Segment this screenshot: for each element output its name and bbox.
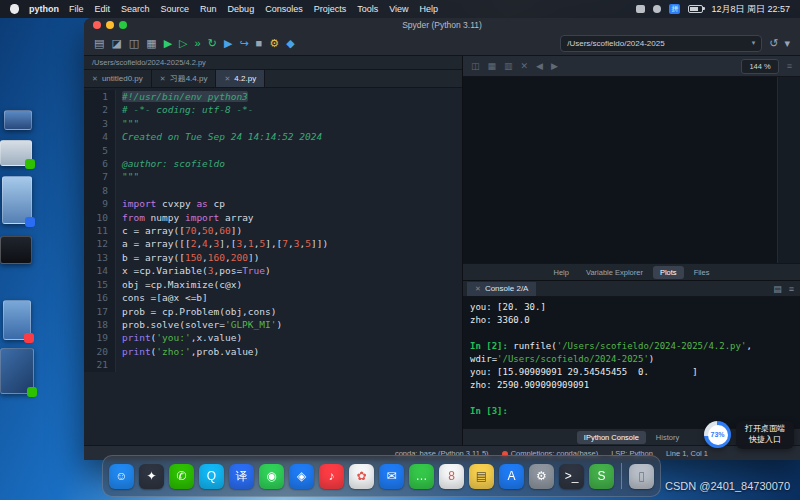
tab-history[interactable]: History (649, 431, 686, 444)
code-line[interactable]: 13b = array([150,160,200]) (84, 251, 462, 264)
input-method-badge[interactable]: 拼 (669, 4, 680, 14)
save-all-plots-icon[interactable]: ▦ (488, 61, 497, 71)
window-thumbnail[interactable] (2, 176, 32, 224)
plots-options-menu-icon[interactable]: ≡ (787, 61, 792, 71)
new-file-icon[interactable]: ▤ (94, 38, 104, 49)
dock-icon-music[interactable]: ♪ (319, 464, 344, 489)
display-status-icon[interactable] (636, 5, 645, 13)
code-line[interactable]: 17prob = cp.Problem(obj,cons) (84, 305, 462, 318)
code-area[interactable]: 1#!/usr/bin/env python32# -*- coding: ut… (84, 88, 462, 445)
stop-icon[interactable]: ■ (256, 38, 263, 49)
window-titlebar[interactable]: Spyder (Python 3.11) (84, 18, 800, 31)
dock-icon-messages[interactable]: … (409, 464, 434, 489)
code-line[interactable]: 19print('you:',x.value) (84, 331, 462, 344)
close-icon[interactable]: ✕ (475, 285, 481, 293)
console-list-icon[interactable]: ▤ (773, 284, 782, 294)
tab-help[interactable]: Help (547, 266, 576, 279)
tab-close-icon[interactable]: ✕ (92, 75, 98, 83)
code-line[interactable]: 14x =cp.Variable(3,pos=True) (84, 264, 462, 277)
tab-files[interactable]: Files (687, 266, 717, 279)
run-icon[interactable]: ▶ (164, 38, 172, 49)
tab-variable-explorer[interactable]: Variable Explorer (579, 266, 650, 279)
rerun-cell-icon[interactable]: ↻ (208, 38, 217, 49)
dock-icon-mail[interactable]: ✉ (379, 464, 404, 489)
window-thumbnail[interactable] (0, 236, 32, 264)
dock-icon-anaconda[interactable]: S (589, 464, 614, 489)
code-line[interactable]: 8 (84, 184, 462, 197)
code-line[interactable]: 10from numpy import array (84, 211, 462, 224)
helper-overlay[interactable]: 73% 打开桌面端 快捷入口 (704, 421, 794, 449)
dock-icon-trash[interactable]: ▯ (629, 464, 654, 489)
zoom-level[interactable]: 144 % (741, 59, 778, 74)
menu-run[interactable]: Run (200, 4, 217, 14)
code-line[interactable]: 5 (84, 144, 462, 157)
preferences-wrench-icon[interactable]: ⚙ (269, 38, 279, 49)
dock-icon-system-settings[interactable]: ⚙ (529, 464, 554, 489)
dock-icon-facetime[interactable]: ◉ (259, 464, 284, 489)
active-app-name[interactable]: python (29, 4, 59, 14)
save-all-icon[interactable]: ▦ (146, 38, 156, 49)
code-line[interactable]: 7""" (84, 170, 462, 183)
previous-plot-icon[interactable]: ◀ (536, 61, 543, 71)
editor-tab-习题4.4.py[interactable]: ✕习题4.4.py (152, 70, 217, 87)
console-options-menu-icon[interactable]: ≡ (789, 284, 794, 294)
editor-tab-untitled0.py[interactable]: ✕untitled0.py (84, 70, 152, 87)
run-cell-advance-icon[interactable]: » (195, 38, 201, 49)
console-output[interactable]: you: [20. 30.]zho: 3360.0In [2]: runfile… (463, 297, 800, 428)
next-plot-icon[interactable]: ▶ (551, 61, 558, 71)
save-icon[interactable]: ◫ (129, 38, 139, 49)
menu-debug[interactable]: Debug (228, 4, 255, 14)
code-line[interactable]: 4Created on Tue Sep 24 14:14:52 2024 (84, 130, 462, 143)
window-thumbnail[interactable] (0, 348, 34, 394)
dock-icon-finder[interactable]: ☺ (109, 464, 134, 489)
code-line[interactable]: 16cons =[a@x <=b] (84, 291, 462, 304)
debug-step-icon[interactable]: ↪ (239, 38, 248, 49)
code-line[interactable]: 1#!/usr/bin/env python3 (84, 90, 462, 103)
code-line[interactable]: 21 (84, 358, 462, 371)
python-env-icon[interactable]: ◆ (286, 38, 294, 49)
menu-file[interactable]: File (69, 4, 84, 14)
code-line[interactable]: 6@author: scofieldo (84, 157, 462, 170)
dock-icon-launchpad[interactable]: ✦ (139, 464, 164, 489)
window-thumbnail[interactable] (0, 140, 32, 166)
code-line[interactable]: 18prob.solve(solver='GLPK_MI') (84, 318, 462, 331)
save-plot-icon[interactable]: ◫ (471, 61, 480, 71)
dock-icon-notes[interactable]: ▤ (469, 464, 494, 489)
dock-icon-safari[interactable]: ◈ (289, 464, 314, 489)
layout-menu-icon[interactable]: ▾ (784, 38, 790, 49)
control-center-icon[interactable] (653, 5, 661, 13)
tab-ipython-console[interactable]: IPython Console (577, 431, 646, 444)
dock-icon-translate[interactable]: 译 (229, 464, 254, 489)
overlay-label[interactable]: 打开桌面端 快捷入口 (736, 421, 794, 449)
dock-icon-photos[interactable]: ✿ (349, 464, 374, 489)
menu-tools[interactable]: Tools (357, 4, 378, 14)
tab-close-icon[interactable]: ✕ (160, 75, 166, 83)
window-thumbnail[interactable] (3, 300, 31, 340)
progress-ring[interactable]: 73% (704, 421, 731, 448)
dock-icon-qq[interactable]: Q (199, 464, 224, 489)
console-tab[interactable]: ✕ Console 2/A (467, 282, 536, 296)
tab-plots[interactable]: Plots (653, 266, 684, 279)
apple-menu-icon[interactable] (10, 4, 19, 14)
menu-projects[interactable]: Projects (314, 4, 347, 14)
dock-icon-calendar[interactable]: 8 (439, 464, 464, 489)
working-dir-up-icon[interactable]: ↺ (769, 38, 778, 49)
menu-view[interactable]: View (389, 4, 408, 14)
menu-search[interactable]: Search (121, 4, 150, 14)
working-directory-selector[interactable]: /Users/scofieldo/2024-2025 ▾ (560, 35, 762, 52)
code-line[interactable]: 20print('zho:',prob.value) (84, 345, 462, 358)
remove-plot-icon[interactable]: ✕ (521, 61, 529, 71)
run-cell-icon[interactable]: ▷ (179, 38, 187, 49)
menu-source[interactable]: Source (161, 4, 190, 14)
menubar-clock[interactable]: 12月8日 周日 22:57 (711, 3, 790, 16)
code-line[interactable]: 15obj =cp.Maximize(c@x) (84, 278, 462, 291)
tab-close-icon[interactable]: ✕ (224, 75, 230, 83)
menu-help[interactable]: Help (420, 4, 439, 14)
code-line[interactable]: 3""" (84, 117, 462, 130)
plots-canvas[interactable] (463, 77, 800, 263)
code-line[interactable]: 12a = array([[2,4,3],[3,1,5],[7,3,5]]) (84, 237, 462, 250)
editor-tab-4.2.py[interactable]: ✕4.2.py (216, 70, 265, 87)
code-line[interactable]: 9import cvxpy as cp (84, 197, 462, 210)
copy-plot-icon[interactable]: ▥ (504, 61, 513, 71)
menu-consoles[interactable]: Consoles (265, 4, 303, 14)
